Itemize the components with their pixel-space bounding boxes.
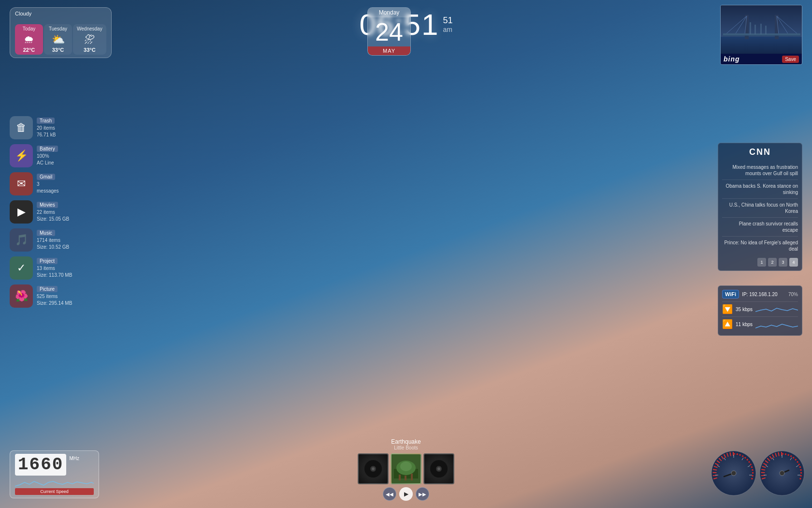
weather-day-name: Wednesday [77,26,102,31]
cpu-speed-number: 1660 [15,454,66,476]
folder-icon: ⚡ [10,144,33,167]
cnn-page-button[interactable]: 2 [768,258,777,267]
wifi-percent: 70% [788,292,798,297]
cpu-graph [15,478,94,487]
calendar-day-name: Monday [368,8,410,17]
folder-name: Movies [37,202,58,208]
svg-rect-11 [750,22,751,34]
music-album-current[interactable] [391,453,421,484]
cnn-story-item[interactable]: Obama backs S. Korea stance on sinking [722,180,798,199]
svg-rect-24 [399,475,401,480]
folder-item[interactable]: ✉ Gmail 3messages [10,172,72,195]
weather-day-item: Tuesday ⛅ 33°C [44,24,72,55]
wifi-download-graph [755,304,798,314]
cnn-story-item[interactable]: Plane crash survivor recalls escape [722,218,798,237]
music-next-button[interactable]: ▶▶ [416,487,429,501]
clock-details: 51 am [443,15,453,33]
speedometer-widget [710,450,807,503]
folder-item[interactable]: 🗑 Trash 20 items76.71 kB [10,116,72,139]
cnn-story-item[interactable]: Prince: No idea of Fergie's alleged deal [722,237,798,255]
folder-icon: 🌺 [10,284,33,308]
music-album-prev [358,453,389,484]
wifi-ip: IP: 192.168.1.20 [742,292,777,297]
bing-logo: bing [724,55,740,63]
cnn-widget: CNN Mixed messages as frustration mounts… [718,143,802,271]
folder-info: Movies 22 itemsSize: 15.05 GB [37,202,69,223]
folder-details: 22 itemsSize: 15.05 GB [37,209,69,223]
folder-name: Trash [37,118,55,124]
folder-item[interactable]: ✓ Project 13 itemsSize: 113.70 MB [10,256,72,280]
music-albums [358,453,454,484]
wifi-download-speed: 35 kbps [736,307,753,312]
clock-ampm: am [443,26,452,33]
svg-rect-26 [411,474,413,480]
cnn-title: CNN [722,147,798,157]
folder-name: Gmail [37,174,55,180]
music-play-button[interactable]: ▶ [399,487,413,501]
folder-name: Music [37,230,55,236]
svg-point-30 [437,467,440,470]
calendar-widget: Monday 24 MAY [367,7,411,56]
bing-save-button[interactable]: Save [782,56,799,63]
cpu-label: Current Speed [15,488,94,495]
folder-details: 1714 itemsSize: 10.52 GB [37,237,69,251]
cnn-stories: Mixed messages as frustration mounts ove… [722,161,798,255]
bing-footer: bing Save [721,54,802,64]
wifi-download-row: 🔽 35 kbps [722,301,798,316]
svg-rect-25 [405,476,406,480]
svg-rect-14 [765,26,767,34]
wifi-header: WiFi IP: 192.168.1.20 70% [722,290,798,299]
weather-icon: ⛅ [52,33,65,46]
cnn-page-button[interactable]: 1 [757,258,766,267]
music-artist: Little Boots [391,445,420,450]
music-album-art-current [392,454,420,483]
svg-rect-13 [760,24,762,34]
cnn-story-item[interactable]: Mixed messages as frustration mounts ove… [722,161,798,180]
folder-info: Music 1714 itemsSize: 10.52 GB [37,230,69,251]
folder-item[interactable]: 🌺 Picture 525 itemsSize: 295.14 MB [10,284,72,308]
gauge-left [710,450,757,496]
cpu-widget: 1660 MHz Current Speed [10,450,99,498]
weather-days: Today 🌧 22°C Tuesday ⛅ 33°C Wednesday ⛈ … [15,24,106,55]
folder-name: Picture [37,286,58,292]
folder-info: Trash 20 items76.71 kB [37,118,56,138]
bing-widget: bing Save [720,5,802,65]
music-title: Earthquake [391,438,420,445]
folder-info: Gmail 3messages [37,174,59,194]
cpu-unit: MHz [69,456,79,461]
gauge-right [759,450,805,496]
folder-item[interactable]: ▶ Movies 22 itemsSize: 15.05 GB [10,200,72,224]
bing-image [721,5,802,54]
weather-day-name: Today [23,26,36,31]
weather-condition-label: Cloudy [15,11,106,16]
svg-point-40 [731,471,736,476]
music-album-next [423,453,454,484]
folder-item[interactable]: 🎵 Music 1714 itemsSize: 10.52 GB [10,228,72,252]
wifi-upload-speed: 11 kbps [736,322,753,327]
music-player: Earthquake Little Boots [358,438,454,501]
weather-day-name: Tuesday [49,26,67,31]
weather-icon: 🌧 [24,33,34,46]
folder-details: 3messages [37,181,59,194]
music-album-art-prev [359,454,388,483]
folder-details: 525 itemsSize: 295.14 MB [37,293,72,307]
cnn-page-button[interactable]: 3 [779,258,787,267]
folder-icon: ✉ [10,172,33,195]
clock-seconds: 51 [443,15,453,26]
weather-day-item: Wednesday ⛈ 33°C [73,24,106,55]
weather-widget: Cloudy Today 🌧 22°C Tuesday ⛅ 33°C Wedne… [10,7,112,58]
folder-info: Picture 525 itemsSize: 295.14 MB [37,286,72,307]
wifi-logo: WiFi [722,290,739,299]
music-prev-button[interactable]: ◀◀ [383,487,396,501]
wifi-upload-icon: 🔼 [722,319,733,329]
folder-item[interactable]: ⚡ Battery 100%AC Line [10,144,72,167]
cnn-pagination: 1234 [722,258,798,267]
calendar-day-num: 24 [368,17,410,46]
cnn-story-item[interactable]: U.S., China talks focus on North Korea [722,199,798,218]
folder-info: Project 13 itemsSize: 113.70 MB [37,258,72,279]
music-album-art-next [424,454,453,483]
cnn-page-button[interactable]: 4 [789,258,798,267]
folder-info: Battery 100%AC Line [37,146,58,166]
weather-temp: 22°C [23,47,35,53]
svg-point-50 [780,471,784,476]
